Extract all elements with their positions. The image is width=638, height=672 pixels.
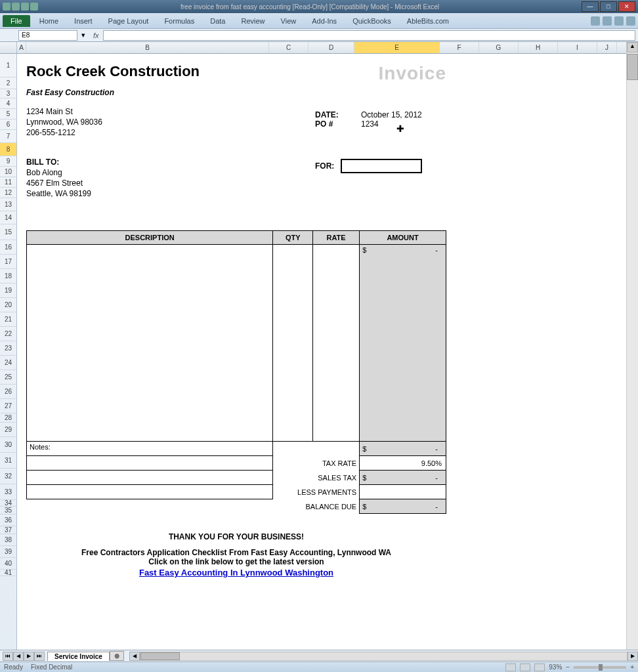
horizontal-scrollbar[interactable]: ◀ ▶: [129, 652, 638, 661]
notes-label[interactable]: Notes:: [27, 442, 273, 456]
row-header-4[interactable]: 4: [0, 98, 16, 109]
col-header-J[interactable]: J: [597, 42, 617, 53]
scroll-right-icon[interactable]: ▶: [627, 652, 638, 661]
maximize-button[interactable]: □: [600, 1, 617, 12]
scroll-up-icon[interactable]: ▲: [627, 42, 638, 52]
row-header-39[interactable]: 39: [0, 546, 16, 558]
row-header-41[interactable]: 41: [0, 570, 16, 576]
notes-cell[interactable]: [27, 485, 273, 499]
col-header-H[interactable]: H: [519, 42, 558, 53]
tab-view[interactable]: View: [274, 15, 303, 27]
file-tab[interactable]: File: [3, 15, 30, 27]
row-header-5[interactable]: 5: [0, 109, 16, 119]
row-header-7[interactable]: 7: [0, 130, 16, 143]
close-workbook-icon[interactable]: [626, 16, 635, 26]
row-header-37[interactable]: 37: [0, 526, 16, 534]
row-header-19[interactable]: 19: [0, 284, 16, 298]
col-header-I[interactable]: I: [558, 42, 597, 53]
page-layout-view-icon[interactable]: [520, 663, 530, 671]
tab-home[interactable]: Home: [33, 15, 65, 27]
row-header-15[interactable]: 15: [0, 224, 16, 240]
fx-icon[interactable]: fx: [93, 32, 99, 39]
minimize-button[interactable]: —: [582, 1, 599, 12]
row-header-23[interactable]: 23: [0, 341, 16, 356]
hscroll-thumb[interactable]: [140, 652, 180, 660]
col-header-B[interactable]: B: [26, 42, 269, 53]
tax-rate-value[interactable]: 9.50%: [360, 456, 446, 471]
row-header-6[interactable]: 6: [0, 119, 16, 130]
sheet-content[interactable]: Rock Creek Construction Invoice Fast Eas…: [17, 54, 626, 650]
restore-window-icon[interactable]: [614, 16, 624, 26]
row-header-14[interactable]: 14: [0, 211, 16, 224]
promo-link[interactable]: Fast Easy Accounting In Lynnwood Washing…: [26, 568, 446, 578]
undo-icon[interactable]: [21, 3, 29, 10]
row-header-27[interactable]: 27: [0, 399, 16, 413]
tab-formulas[interactable]: Formulas: [158, 15, 201, 27]
name-box[interactable]: E8: [18, 30, 77, 41]
row-header-26[interactable]: 26: [0, 385, 16, 399]
tab-prev-icon[interactable]: ◀: [13, 652, 24, 661]
row-header-20[interactable]: 20: [0, 298, 16, 312]
row-header-17[interactable]: 17: [0, 255, 16, 269]
notes-cell[interactable]: [27, 456, 273, 471]
row-header-28[interactable]: 28: [0, 413, 16, 423]
row-header-35[interactable]: 35: [0, 507, 16, 514]
col-header-A[interactable]: A: [17, 42, 26, 53]
tab-quickbooks[interactable]: QuickBooks: [346, 15, 398, 27]
help-icon[interactable]: [591, 16, 600, 26]
row-header-16[interactable]: 16: [0, 240, 16, 255]
row-header-3[interactable]: 3: [0, 89, 16, 98]
row-header-33[interactable]: 33: [0, 484, 16, 500]
namebox-dropdown-icon[interactable]: ▾: [81, 31, 85, 39]
row-header-12[interactable]: 12: [0, 188, 16, 198]
row-header-40[interactable]: 40: [0, 558, 16, 570]
zoom-out-icon[interactable]: −: [566, 663, 570, 671]
row-header-31[interactable]: 31: [0, 453, 16, 469]
tab-addins[interactable]: Add-Ins: [305, 15, 343, 27]
select-all-corner[interactable]: [0, 42, 17, 53]
sheet-tab-active[interactable]: Service Invoice: [47, 652, 110, 661]
row-header-9[interactable]: 9: [0, 156, 16, 167]
page-break-view-icon[interactable]: [534, 663, 545, 671]
vertical-scrollbar[interactable]: ▲: [626, 42, 638, 650]
row-header-36[interactable]: 36: [0, 514, 16, 526]
tab-page-layout[interactable]: Page Layout: [102, 15, 156, 27]
minimize-ribbon-icon[interactable]: [603, 16, 612, 26]
zoom-level[interactable]: 93%: [549, 663, 562, 671]
col-header-E[interactable]: E: [354, 42, 440, 53]
new-sheet-icon[interactable]: ⊕: [110, 651, 124, 661]
formula-input[interactable]: [103, 30, 635, 41]
tab-review[interactable]: Review: [234, 15, 271, 27]
row-header-30[interactable]: 30: [0, 437, 16, 453]
row-header-18[interactable]: 18: [0, 269, 16, 284]
scroll-left-icon[interactable]: ◀: [129, 652, 140, 661]
row-header-10[interactable]: 10: [0, 167, 16, 177]
tab-insert[interactable]: Insert: [68, 15, 99, 27]
row-header-11[interactable]: 11: [0, 177, 16, 188]
row-header-13[interactable]: 13: [0, 198, 16, 211]
save-icon[interactable]: [12, 3, 20, 10]
row-header-22[interactable]: 22: [0, 327, 16, 341]
scroll-thumb[interactable]: [627, 54, 638, 80]
worksheet-grid[interactable]: ABCDEFGHIJ 12345678910111213141516171819…: [0, 42, 626, 650]
row-header-38[interactable]: 38: [0, 534, 16, 546]
row-header-25[interactable]: 25: [0, 370, 16, 385]
col-header-F[interactable]: F: [440, 42, 479, 53]
desc-cell[interactable]: [27, 245, 273, 442]
for-input-cell[interactable]: [341, 159, 422, 173]
row-header-2[interactable]: 2: [0, 77, 16, 89]
row-header-8[interactable]: 8: [0, 143, 16, 156]
col-header-D[interactable]: D: [308, 42, 354, 53]
zoom-slider[interactable]: [574, 666, 626, 669]
col-header-C[interactable]: C: [269, 42, 308, 53]
col-header-G[interactable]: G: [479, 42, 519, 53]
redo-icon[interactable]: [30, 3, 38, 10]
less-payments-value[interactable]: [360, 485, 446, 499]
qty-cell[interactable]: [273, 245, 313, 442]
tab-data[interactable]: Data: [203, 15, 232, 27]
tab-next-icon[interactable]: ▶: [24, 652, 34, 661]
row-header-32[interactable]: 32: [0, 469, 16, 484]
row-header-34[interactable]: 34: [0, 500, 16, 507]
row-header-1[interactable]: 1: [0, 54, 16, 77]
row-header-21[interactable]: 21: [0, 312, 16, 327]
